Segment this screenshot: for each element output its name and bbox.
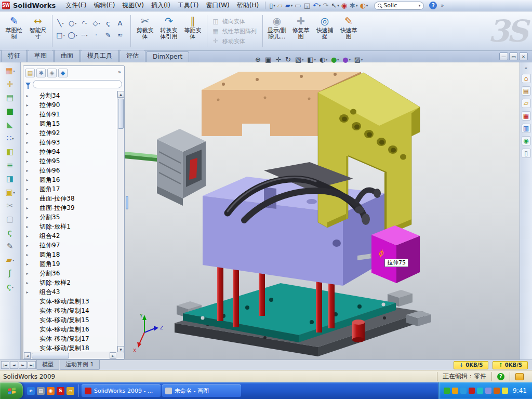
menu-item[interactable]: 文件(F): [62, 0, 90, 11]
quick-launch-icon[interactable]: ◉: [47, 387, 55, 395]
ribbon-button[interactable]: ◎ 快速捕捉: [313, 13, 337, 49]
left-toolbar-button[interactable]: ▤: [2, 91, 19, 104]
feature-tree-item[interactable]: 实体-移动/复制17: [24, 334, 117, 343]
expand-arrow-icon[interactable]: ▸: [25, 252, 30, 257]
titlebar-tool-button[interactable]: ↖ ▾: [330, 1, 340, 10]
sketch-entity-button[interactable]: ✎: [102, 29, 114, 41]
feature-tree-item[interactable]: ▸ 圆角19: [24, 259, 117, 269]
titlebar-tool-button[interactable]: ◐ ▾: [358, 1, 369, 10]
ribbon-stack-button[interactable]: ◫ 镜向实体: [212, 18, 260, 25]
window-control-button[interactable]: ▭: [509, 52, 518, 60]
tree-horizontal-scrollbar[interactable]: ◄ ►: [24, 352, 116, 358]
titlebar-tool-button[interactable]: ↶ ▾: [312, 1, 322, 10]
tab-nav-button[interactable]: |◄: [1, 361, 9, 369]
tray-icon[interactable]: [452, 388, 458, 394]
titlebar-tool-button[interactable]: ↷: [322, 1, 330, 10]
model-tab[interactable]: 模型: [36, 360, 59, 370]
quick-launch-icon[interactable]: S: [57, 387, 64, 395]
menu-item[interactable]: 视图(V): [118, 0, 148, 11]
left-toolbar-button[interactable]: ■: [2, 105, 19, 117]
left-toolbar-button[interactable]: ʃ: [2, 267, 19, 280]
taskbar-task-button[interactable]: 未命名 - 画图: [162, 384, 241, 397]
left-toolbar-button[interactable]: ✎: [2, 240, 19, 252]
feature-tree-item[interactable]: ▸ 分割34: [24, 91, 117, 100]
search-input[interactable]: Solic ▾: [374, 2, 424, 10]
expand-arrow-icon[interactable]: ▸: [25, 290, 30, 295]
feature-tree-item[interactable]: ▸ 组合43: [24, 287, 117, 297]
left-toolbar-button[interactable]: ≡: [2, 159, 19, 171]
ribbon-button[interactable]: ✎ 快速草图: [337, 13, 361, 49]
command-tab[interactable]: 评估: [119, 50, 145, 62]
feature-tree-item[interactable]: ▸ 拉伸95: [24, 156, 117, 166]
expand-arrow-icon[interactable]: ▸: [25, 112, 30, 117]
view-tool-button[interactable]: ● ▾: [341, 54, 352, 64]
sketch-entity-button[interactable]: A: [114, 17, 126, 29]
view-tool-button[interactable]: ↻: [284, 54, 293, 64]
feature-tree-item[interactable]: 实体-移动/复制16: [24, 325, 117, 334]
expand-arrow-icon[interactable]: ▸: [25, 178, 30, 182]
start-button[interactable]: [0, 382, 23, 399]
view-tool-button[interactable]: ⊕: [254, 54, 263, 64]
tab-nav-button[interactable]: ►|: [28, 361, 36, 369]
ribbon-button[interactable]: ✂ 剪裁实体: [133, 13, 157, 49]
scroll-up-button[interactable]: ▲: [117, 91, 124, 98]
left-toolbar-button[interactable]: ▣ ▾: [2, 186, 19, 198]
view-tool-button[interactable]: ◐ ▾: [318, 54, 329, 64]
left-toolbar-button[interactable]: ▰ ▾: [2, 254, 19, 266]
tray-icon[interactable]: [494, 388, 500, 394]
feature-tree-item[interactable]: 实体-移动/复制15: [24, 315, 117, 325]
task-pane-icon[interactable]: ▥: [522, 124, 531, 133]
panel-tab-icon[interactable]: ◆: [58, 69, 68, 77]
toolbox-icon[interactable]: [515, 373, 524, 380]
panel-splitter-handle[interactable]: [126, 196, 128, 209]
command-tab[interactable]: 草图: [28, 50, 54, 62]
slide-block[interactable]: ϕ: [371, 225, 420, 283]
tree-vertical-scrollbar[interactable]: ▲ ▼: [117, 91, 124, 353]
taskbar-task-button[interactable]: SolidWorks 2009 - ...: [82, 384, 161, 397]
ribbon-button[interactable]: ∥ 等距实体: [181, 13, 205, 49]
panel-tab-icon[interactable]: ✱: [36, 69, 46, 77]
expand-arrow-icon[interactable]: ▸: [25, 206, 30, 210]
expand-arrow-icon[interactable]: ▸: [25, 103, 30, 108]
feature-tree-item[interactable]: ▸ 拉伸97: [24, 241, 117, 250]
titlebar-tool-button[interactable]: ◉: [340, 1, 349, 10]
task-pane-icon[interactable]: ⌂: [522, 74, 531, 83]
expand-arrow-icon[interactable]: ▸: [25, 215, 30, 220]
tab-nav-button[interactable]: ◄: [10, 361, 18, 369]
sketch-entity-button[interactable]: ╲ ▾: [55, 17, 66, 29]
tray-icon[interactable]: [444, 388, 450, 394]
menu-item[interactable]: 编辑(E): [90, 0, 118, 11]
left-toolbar-button[interactable]: ∷ ▾: [2, 132, 19, 144]
expand-arrow-icon[interactable]: ▸: [25, 281, 30, 285]
feature-tree-item[interactable]: ▸ 组合42: [24, 231, 117, 241]
task-pane-icon[interactable]: ▤: [522, 86, 531, 96]
ribbon-button[interactable]: ✎ 草图绘制: [2, 13, 26, 49]
task-pane-icon[interactable]: ▱: [522, 99, 531, 108]
ribbon-stack-button[interactable]: ▦ 线性草图阵列: [212, 28, 260, 35]
sketch-entity-button[interactable]: ·: [90, 29, 102, 41]
quick-launch-icon[interactable]: ▤: [37, 387, 45, 395]
ribbon-button[interactable]: ↷ 转换实体引用: [157, 13, 181, 49]
command-tab[interactable]: DimXpert: [146, 51, 189, 62]
expand-arrow-icon[interactable]: ▸: [25, 159, 30, 164]
feature-tree-item[interactable]: ▸ 曲面-拉伸39: [24, 203, 117, 212]
expand-arrow-icon[interactable]: ▸: [25, 150, 30, 154]
expand-arrow-icon[interactable]: ▸: [25, 243, 30, 248]
feature-tree-item[interactable]: ▸ 拉伸96: [24, 166, 117, 175]
feature-tree-item[interactable]: ▸ 分割35: [24, 212, 117, 222]
task-pane-icon[interactable]: ◉: [522, 136, 531, 145]
scroll-thumb[interactable]: [118, 99, 124, 129]
titlebar-tool-button[interactable]: ▯ ▾: [268, 1, 276, 10]
left-toolbar-button[interactable]: ς ▾: [2, 281, 19, 293]
view-tool-button[interactable]: ▧ ▾: [294, 54, 305, 64]
left-toolbar-button[interactable]: ◣: [2, 118, 19, 131]
tray-icon[interactable]: [502, 388, 508, 394]
feature-tree-item[interactable]: 实体-移动/复制14: [24, 306, 117, 315]
sketch-entity-button[interactable]: □ ▾: [55, 29, 66, 41]
feature-tree-item[interactable]: ▸ 拉伸93: [24, 138, 117, 147]
task-pane-icon[interactable]: ▦: [522, 111, 531, 121]
sketch-entity-button[interactable]: ◇ ▾: [90, 17, 102, 29]
tray-icon[interactable]: [485, 388, 491, 394]
menu-item[interactable]: 插入(I): [148, 0, 174, 11]
quick-tips-icon[interactable]: ?: [497, 373, 504, 380]
